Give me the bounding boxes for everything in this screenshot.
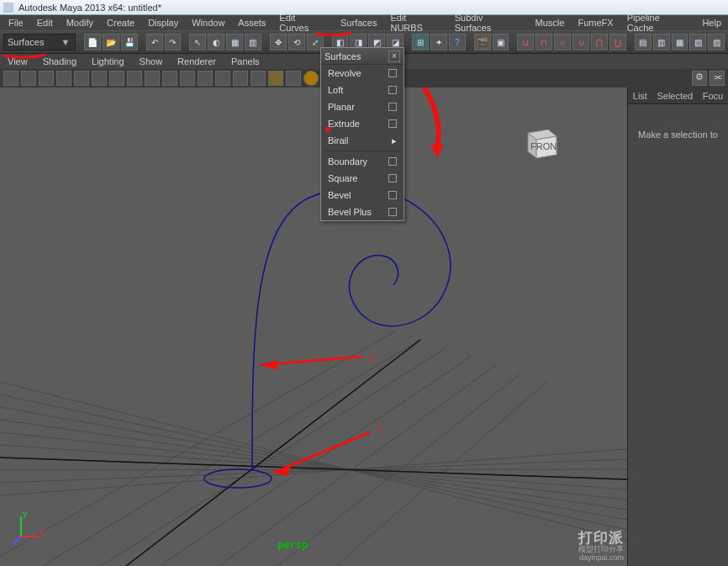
tool-icon[interactable]: 📂 [103,34,119,50]
menu-item-bevel-plus[interactable]: Bevel Plus [321,204,404,220]
option-box-icon[interactable] [388,119,397,128]
option-box-icon[interactable] [388,157,397,166]
shelf-icon[interactable] [56,71,71,86]
menu-edit-nurbs[interactable]: Edit NURBS [383,13,447,33]
tool-icon[interactable]: 💾 [121,34,138,50]
magnet-icon[interactable]: ⋂ [591,34,608,50]
shelf-icon[interactable] [233,71,248,86]
menu-item-boundary[interactable]: Boundary [321,153,404,170]
tool-icon[interactable]: ↷ [165,34,182,50]
shelf-icon[interactable] [180,71,195,86]
viewport-3d[interactable]: FRONT y x z persp 2 1 [0,87,627,566]
option-box-icon[interactable] [388,103,397,111]
menu-display[interactable]: Display [141,18,185,28]
shelf-icon[interactable] [215,71,230,86]
viewcube[interactable]: FRONT [520,121,560,161]
app-icon [3,3,13,13]
watermark-sub: 模型打印分享 dayinpai.com [578,546,624,563]
panel-renderer[interactable]: Renderer [170,56,224,66]
tab-selected[interactable]: Selected [657,91,693,101]
menu-file[interactable]: File [2,18,30,28]
surfaces-menu-title[interactable]: Surfaces × [321,48,404,65]
menu-item-extrude[interactable]: Extrude [321,115,404,132]
magnet-icon[interactable]: ⊓ [535,34,552,50]
menu-pipeline-cache[interactable]: Pipeline Cache [620,13,696,33]
menu-help[interactable]: Help [695,18,728,28]
shelf-icon[interactable] [286,71,301,86]
close-icon[interactable]: × [388,50,400,62]
shelf-icon[interactable] [162,71,177,86]
tab-focus[interactable]: Focu [703,91,723,101]
shelf-icon[interactable] [303,71,319,86]
menu-item-bevel[interactable]: Bevel [321,187,404,204]
option-box-icon[interactable] [388,174,397,182]
tool-icon[interactable]: ▥ [653,34,670,50]
select-tool-icon[interactable]: ↖ [189,34,206,50]
gear-icon[interactable]: ⚙ [692,71,707,86]
tool-icon[interactable]: ▥ [245,34,261,50]
option-box-icon[interactable] [388,86,397,94]
mode-selector[interactable]: Surfaces ▼ [3,34,76,50]
menu-modify[interactable]: Modify [60,18,100,28]
lasso-tool-icon[interactable]: ◐ [208,34,224,50]
tool-icon[interactable]: 📄 [84,34,101,50]
panel-show[interactable]: Show [132,56,171,66]
tool-icon[interactable]: ▤ [635,34,652,50]
menu-item-square[interactable]: Square [321,170,404,187]
shelf-icon[interactable] [21,71,36,86]
option-box-icon[interactable] [388,69,397,77]
tool-icon[interactable]: ↶ [146,34,163,50]
tool-icon[interactable]: ▧ [689,34,706,50]
svg-text:z: z [13,537,18,545]
shelf-icon[interactable] [74,71,89,86]
menu-item-birail[interactable]: Birail▸ [321,132,404,149]
surfaces-menu-label: Surfaces [324,51,361,61]
render-icon[interactable]: 🎬 [474,34,491,50]
tool-icon[interactable]: ▦ [672,34,688,50]
shelf-icon[interactable] [3,71,18,86]
shelf-icon[interactable] [198,71,213,86]
magnet-icon[interactable]: ⊔ [517,34,534,50]
shelf-icon[interactable] [109,71,124,86]
option-box-icon[interactable] [388,208,397,216]
menu-window[interactable]: Window [185,18,231,28]
magnet-icon[interactable]: ⋃ [609,34,626,50]
panel-shading[interactable]: Shading [35,56,84,66]
svg-line-16 [0,331,395,566]
submenu-arrow-icon: ▸ [392,135,397,146]
option-box-icon[interactable] [388,191,397,199]
rotate-tool-icon[interactable]: ⟲ [288,34,305,50]
menu-subdiv[interactable]: Subdiv Surfaces [448,13,529,33]
tool-icon[interactable]: ▨ [708,34,725,50]
menu-assets[interactable]: Assets [231,18,272,28]
shelf-icon[interactable] [92,71,107,86]
shelf-icon[interactable] [268,71,283,86]
tool-icon[interactable]: ✦ [430,34,447,50]
magnet-icon[interactable]: ∩ [554,34,571,50]
shelf-icon[interactable] [39,71,54,86]
menu-item-loft[interactable]: Loft [321,82,404,98]
menu-edit-curves[interactable]: Edit Curves [272,13,334,33]
share-icon[interactable]: ⫘ [710,71,725,86]
menu-item-planar[interactable]: Planar [321,98,404,115]
menu-item-revolve[interactable]: Revolve [321,65,404,82]
tool-icon[interactable]: ▣ [493,34,509,50]
tool-icon[interactable]: ▦ [226,34,243,50]
panel-panels[interactable]: Panels [224,56,267,66]
menu-surfaces[interactable]: Surfaces [334,18,383,28]
help-icon[interactable]: ? [449,34,466,50]
shelf-icon[interactable] [251,71,266,86]
tab-list[interactable]: List [633,91,647,101]
menu-edit[interactable]: Edit [30,18,60,28]
menu-muscle[interactable]: Muscle [529,18,572,28]
menu-fumefx[interactable]: FumeFX [571,18,620,28]
menu-create[interactable]: Create [100,18,141,28]
magnet-icon[interactable]: ∪ [572,34,589,50]
panel-lighting[interactable]: Lighting [84,56,132,66]
shelf-icon[interactable] [145,71,160,86]
panel-view[interactable]: View [0,56,35,66]
move-tool-icon[interactable]: ✥ [270,34,287,50]
snap-icon[interactable]: ⊞ [412,34,429,50]
shelf-icon[interactable] [127,71,142,86]
svg-line-6 [0,420,627,510]
